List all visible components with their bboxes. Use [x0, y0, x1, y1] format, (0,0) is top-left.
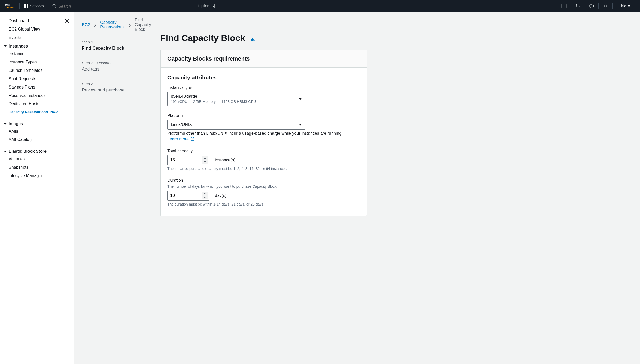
sidebar-item-dashboard[interactable]: Dashboard — [4, 17, 64, 25]
capacity-input[interactable] — [168, 158, 202, 162]
panel-header: Capacity Blocks requirements — [161, 50, 367, 68]
search-input[interactable] — [59, 4, 195, 8]
step-title: Add tags — [82, 67, 152, 72]
sidebar-item-global-view[interactable]: EC2 Global View — [4, 25, 64, 33]
caret-down-icon — [204, 161, 206, 163]
sidebar-section-ebs[interactable]: Elastic Block Store — [4, 147, 74, 155]
instance-type-specs: 192 vCPU 2 TiB Memory 1128 GB HBM3 GPU — [171, 99, 296, 104]
decrement-button[interactable] — [202, 196, 208, 199]
new-badge: New — [50, 110, 58, 114]
chevron-right-icon: ❯ — [128, 23, 131, 27]
info-link[interactable]: Info — [248, 37, 256, 42]
increment-button[interactable] — [202, 156, 208, 160]
panel-title: Capacity Blocks requirements — [167, 55, 360, 62]
instance-type-row: Instance type p5en.48xlarge 192 vCPU 2 T… — [167, 85, 360, 106]
sidebar-item-amis[interactable]: AMIs — [4, 127, 74, 136]
wizard-step-1[interactable]: Step 1 Find Capacity Block — [82, 38, 152, 56]
sidebar-section-instances[interactable]: Instances — [4, 42, 74, 50]
step-label: Step 1 — [82, 40, 152, 44]
sidebar-item-launch-templates[interactable]: Launch Templates — [4, 66, 74, 75]
cloudshell-icon — [561, 3, 567, 9]
search-icon — [52, 4, 56, 8]
step-label: Step 3 — [82, 81, 152, 86]
wizard-step-3[interactable]: Step 3 Review and purchase — [82, 79, 152, 97]
help-button[interactable] — [586, 0, 597, 12]
sidebar-section-label: Elastic Block Store — [9, 149, 47, 154]
chevron-down-icon — [4, 151, 7, 152]
step-column: EC2 ❯ Capacity Reservations ❯ Find Capac… — [74, 12, 160, 364]
decrement-button[interactable] — [202, 160, 208, 164]
sidebar-item-volumes[interactable]: Volumes — [4, 155, 74, 163]
sidebar-item-savings-plans[interactable]: Savings Plans — [4, 83, 74, 91]
sidebar-item-reserved-instances[interactable]: Reserved Instances — [4, 91, 74, 100]
instance-type-label: Instance type — [167, 85, 360, 90]
duration-input-row: day(s) — [167, 191, 360, 201]
svg-rect-6 — [27, 5, 28, 7]
step-title: Review and purchase — [82, 87, 152, 93]
duration-input[interactable] — [168, 193, 202, 198]
sidebar-item-spot-requests[interactable]: Spot Requests — [4, 75, 74, 83]
duration-stepper[interactable] — [167, 191, 209, 201]
duration-desc: The number of days for which you want to… — [167, 184, 360, 189]
services-button[interactable]: Services — [21, 0, 47, 12]
platform-select[interactable]: Linux/UNIX — [167, 120, 305, 130]
page-title: Find Capacity Block — [160, 33, 245, 43]
divider — [19, 3, 20, 9]
search-hint: [Option+S] — [197, 4, 215, 8]
sidebar-item-events[interactable]: Events — [4, 33, 64, 42]
external-link-icon — [190, 137, 195, 141]
increment-button[interactable] — [202, 192, 208, 196]
svg-point-10 — [53, 4, 55, 7]
svg-rect-2 — [25, 4, 26, 5]
sidebar-item-instance-types[interactable]: Instance Types — [4, 58, 74, 66]
capacity-label: Total capacity — [167, 149, 360, 154]
duration-help: The duration must be within 1-14 days, 2… — [167, 202, 360, 206]
search-box[interactable]: [Option+S] — [50, 2, 217, 10]
breadcrumb-parent[interactable]: Capacity Reservations — [100, 20, 124, 30]
sidebar-item-snapshots[interactable]: Snapshots — [4, 163, 74, 172]
aws-logo[interactable]: aws — [3, 0, 18, 12]
chevron-right-icon: ❯ — [94, 23, 96, 27]
sidebar-item-dedicated-hosts[interactable]: Dedicated Hosts — [4, 100, 74, 108]
region-selector[interactable]: Ohio — [614, 0, 635, 12]
region-label: Ohio — [618, 4, 626, 8]
spinner — [202, 192, 208, 199]
services-label: Services — [30, 4, 44, 8]
sidebar-section-label: Instances — [9, 44, 28, 49]
divider — [571, 3, 571, 9]
chevron-down-icon — [299, 124, 302, 126]
settings-button[interactable] — [600, 0, 611, 12]
sidebar-item-instances[interactable]: Instances — [4, 50, 74, 58]
sidebar-item-lifecycle-manager[interactable]: Lifecycle Manager — [4, 172, 74, 180]
svg-rect-5 — [25, 5, 26, 7]
sidebar-section-images[interactable]: Images — [4, 119, 74, 127]
breadcrumb-root[interactable]: EC2 — [82, 22, 90, 27]
sidebar-item-ami-catalog[interactable]: AMI Catalog — [4, 136, 74, 144]
sidebar-top: Dashboard EC2 Global View Events — [4, 17, 74, 42]
spinner — [202, 156, 208, 164]
sidebar-item-capacity-reservations[interactable]: Capacity Reservations New — [9, 110, 58, 114]
divider — [612, 3, 613, 9]
svg-rect-7 — [24, 7, 25, 8]
notifications-button[interactable] — [572, 0, 584, 12]
svg-rect-1 — [24, 4, 25, 5]
duration-label: Duration — [167, 178, 360, 183]
platform-value: Linux/UNIX — [171, 122, 296, 127]
grid-icon — [24, 4, 28, 8]
sidebar-close-button[interactable] — [64, 17, 74, 24]
svg-rect-3 — [27, 4, 28, 5]
top-nav: aws Services [Option+S] — [0, 0, 640, 12]
capacity-stepper[interactable] — [167, 155, 209, 165]
svg-rect-12 — [562, 4, 566, 8]
wizard-step-2[interactable]: Step 2 - Optional Add tags — [82, 58, 152, 77]
instance-type-select[interactable]: p5en.48xlarge 192 vCPU 2 TiB Memory 1128… — [167, 92, 305, 106]
shell: Dashboard EC2 Global View Events Instanc… — [0, 12, 640, 364]
cloudshell-button[interactable] — [558, 0, 570, 12]
capacity-unit: instance(s) — [215, 158, 235, 162]
duration-unit: day(s) — [215, 193, 226, 198]
caret-up-icon — [204, 193, 206, 194]
capacity-help: The instance purchase quantity must be 1… — [167, 167, 360, 171]
learn-more-link[interactable]: Learn more — [167, 137, 195, 142]
divider — [598, 3, 599, 9]
svg-text:aws: aws — [5, 3, 10, 6]
